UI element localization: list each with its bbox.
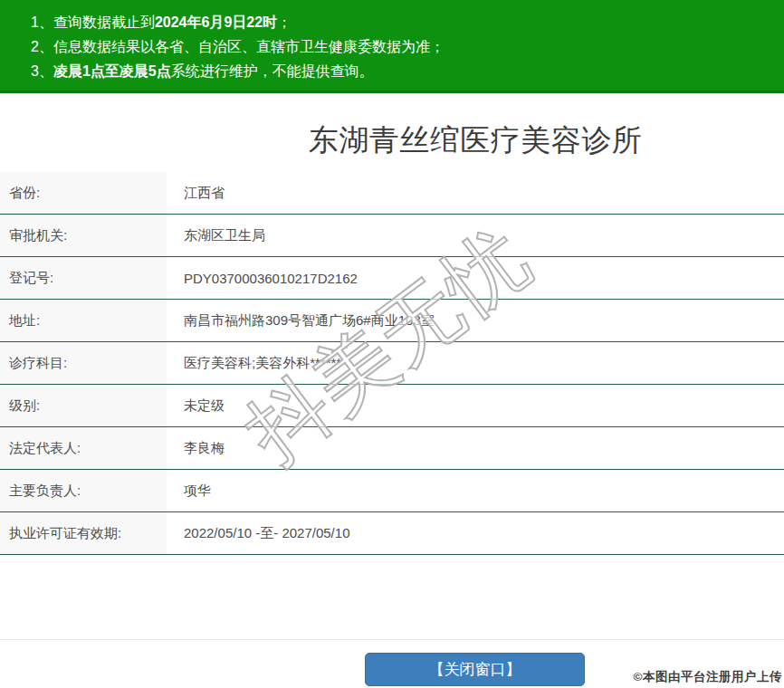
row-value: 未定级 (167, 385, 784, 426)
row-value: 项华 (167, 470, 784, 511)
close-window-button[interactable]: 【关闭窗口】 (365, 653, 585, 686)
notice-text: 1、查询数据截止到 (31, 14, 155, 30)
notice-line-2: 2、信息数据结果以各省、自治区、直辖市卫生健康委数据为准； (0, 34, 784, 59)
notice-banner: 1、查询数据截止到2024年6月9日22时； 2、信息数据结果以各省、自治区、直… (0, 0, 784, 93)
notice-text: ； (277, 14, 292, 30)
notice-line-1: 1、查询数据截止到2024年6月9日22时； (0, 10, 784, 34)
row-label: 法定代表人: (0, 427, 167, 469)
table-row: 执业许可证有效期:2022/05/10 -至- 2027/05/10 (0, 512, 784, 555)
row-label: 级别: (0, 385, 167, 426)
row-value: 南昌市福州路309号智通广场6#商业103室 (167, 300, 784, 341)
row-value: 李良梅 (167, 427, 784, 469)
notice-text: 3、 (31, 63, 53, 79)
row-label: 主要负责人: (0, 470, 167, 511)
row-value: PDY03700036010217D2162 (167, 257, 784, 299)
row-label: 诊疗科目: (0, 342, 167, 384)
notice-text: 系统进行维护，不能提供查询。 (171, 63, 374, 79)
table-row: 地址:南昌市福州路309号智通广场6#商业103室 (0, 300, 784, 342)
page-title: 东湖青丝绾医疗美容诊所 (309, 120, 643, 161)
table-row: 省份:江西省 (0, 172, 784, 215)
row-label: 地址: (0, 300, 167, 341)
copyright-stamp: ©本图由平台注册用户上传 (634, 669, 782, 685)
notice-bold-text: 凌晨1点至凌晨5点 (53, 63, 171, 79)
table-row: 级别:未定级 (0, 385, 784, 427)
info-table: 省份:江西省审批机关:东湖区卫生局登记号:PDY03700036010217D2… (0, 172, 784, 555)
table-row: 审批机关:东湖区卫生局 (0, 215, 784, 257)
row-value: 医疗美容科;美容外科****** (167, 342, 784, 384)
table-row: 登记号:PDY03700036010217D2162 (0, 257, 784, 300)
table-row: 法定代表人:李良梅 (0, 427, 784, 470)
row-label: 登记号: (0, 257, 167, 299)
row-value: 江西省 (167, 172, 784, 214)
notice-line-3: 3、凌晨1点至凌晨5点系统进行维护，不能提供查询。 (0, 59, 784, 83)
query-result-page: 1、查询数据截止到2024年6月9日22时； 2、信息数据结果以各省、自治区、直… (0, 0, 784, 688)
notice-bold-text: 2024年6月9日22时 (155, 14, 277, 30)
row-value: 东湖区卫生局 (167, 215, 784, 256)
row-label: 省份: (0, 172, 167, 214)
row-label: 执业许可证有效期: (0, 512, 167, 554)
notice-text: 2、信息数据结果以各省、自治区、直辖市卫生健康委数据为准； (31, 39, 445, 54)
table-row: 主要负责人:项华 (0, 470, 784, 512)
footer-divider (0, 639, 784, 640)
row-value: 2022/05/10 -至- 2027/05/10 (167, 512, 784, 554)
table-row: 诊疗科目:医疗美容科;美容外科****** (0, 342, 784, 385)
row-label: 审批机关: (0, 215, 167, 256)
